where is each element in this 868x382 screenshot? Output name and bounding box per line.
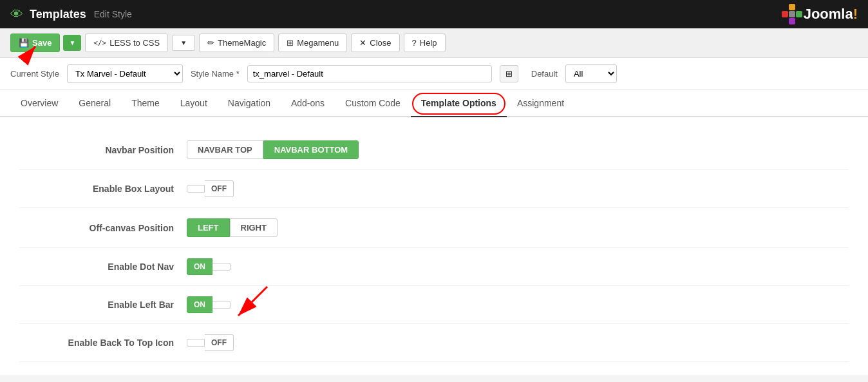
- svg-rect-0: [789, 4, 795, 10]
- less-icon: </>: [93, 39, 106, 47]
- less-to-css-label: LESS to CSS: [109, 38, 160, 48]
- dot-nav-switch: ON: [187, 258, 231, 275]
- left-bar-off-area: [212, 301, 231, 309]
- style-name-icon-button[interactable]: ⊞: [500, 65, 518, 82]
- joomla-text: Joomla: [804, 6, 853, 23]
- less-dropdown-button[interactable]: ▼: [172, 35, 195, 51]
- close-icon: ✕: [359, 38, 366, 48]
- save-icon: 💾: [19, 38, 29, 48]
- svg-rect-2: [789, 18, 795, 24]
- style-name-input[interactable]: [247, 65, 492, 82]
- save-button[interactable]: 💾 Save: [10, 33, 60, 52]
- tab-general[interactable]: General: [68, 90, 121, 117]
- offcanvas-position-label: Off-canvas Position: [19, 223, 187, 233]
- offcanvas-left-button[interactable]: LEFT: [187, 218, 230, 237]
- enable-left-bar-row: Enable Left Bar ON: [19, 286, 849, 324]
- enable-left-bar-control: ON: [187, 296, 231, 313]
- help-button[interactable]: ? Help: [404, 33, 446, 52]
- offcanvas-right-button[interactable]: RIGHT: [230, 218, 278, 237]
- offcanvas-position-control: LEFT RIGHT: [187, 218, 278, 237]
- enable-back-to-top-control: OFF: [187, 334, 234, 351]
- enable-back-to-top-label: Enable Back To Top Icon: [19, 338, 187, 348]
- tab-templateoptions[interactable]: Template Options: [411, 90, 507, 117]
- less-to-css-button[interactable]: </> LESS to CSS: [85, 33, 168, 52]
- tabs-nav: Overview General Theme Layout Navigation…: [0, 90, 868, 117]
- back-to-top-off-label: OFF: [205, 334, 234, 351]
- save-dropdown-arrow: ▼: [69, 39, 75, 46]
- svg-rect-3: [782, 11, 788, 17]
- thememagic-label: ThemeMagic: [218, 38, 266, 48]
- brush-icon: ✏: [207, 38, 214, 48]
- svg-rect-4: [789, 11, 795, 17]
- enable-dot-nav-control: ON: [187, 258, 231, 275]
- style-bar: Current Style Tx Marvel - Default Style …: [0, 58, 868, 90]
- sitemap-icon: ⊞: [287, 38, 294, 48]
- joomla-cross-icon: [780, 3, 804, 26]
- box-layout-off-label: OFF: [205, 180, 234, 197]
- save-dropdown-button[interactable]: ▼: [63, 35, 81, 51]
- help-icon: ?: [412, 38, 417, 48]
- enable-dot-nav-label: Enable Dot Nav: [19, 262, 187, 272]
- navbar-bottom-button[interactable]: NAVBAR BOTTOM: [263, 140, 359, 159]
- eye-icon: 👁: [10, 7, 23, 22]
- left-bar-on-button[interactable]: ON: [187, 296, 212, 313]
- enable-dot-nav-row: Enable Dot Nav ON: [19, 248, 849, 286]
- save-label: Save: [32, 38, 52, 48]
- navbar-top-button[interactable]: NAVBAR TOP: [187, 140, 263, 159]
- navbar-position-label: Navbar Position: [19, 145, 187, 155]
- all-select[interactable]: All: [565, 64, 617, 83]
- close-button[interactable]: ✕ Close: [351, 33, 399, 52]
- style-name-label: Style Name *: [191, 69, 240, 79]
- joomla-exclaim: !: [853, 6, 858, 23]
- help-label: Help: [420, 38, 437, 48]
- tab-overview[interactable]: Overview: [10, 90, 68, 117]
- page-subtitle: Edit Style: [94, 9, 132, 19]
- svg-rect-1: [796, 11, 802, 17]
- enable-box-layout-control: OFF: [187, 180, 234, 197]
- current-style-label: Current Style: [10, 69, 59, 79]
- dot-nav-on-button[interactable]: ON: [187, 258, 212, 275]
- current-style-select[interactable]: Tx Marvel - Default: [67, 64, 183, 83]
- toolbar: 💾 Save ▼ </> LESS to CSS ▼ ✏ ThemeMagic …: [0, 28, 868, 58]
- close-label: Close: [370, 38, 391, 48]
- enable-box-layout-row: Enable Box Layout OFF: [19, 170, 849, 208]
- megamenu-label: Megamenu: [297, 38, 339, 48]
- thememagic-button[interactable]: ✏ ThemeMagic: [199, 33, 274, 52]
- offcanvas-position-row: Off-canvas Position LEFT RIGHT: [19, 208, 849, 248]
- box-layout-switch-off-side[interactable]: [187, 185, 205, 193]
- tab-theme[interactable]: Theme: [121, 90, 170, 117]
- app-title: Templates: [30, 8, 86, 21]
- tab-layout[interactable]: Layout: [170, 90, 218, 117]
- navbar-position-toggle: NAVBAR TOP NAVBAR BOTTOM: [187, 140, 359, 159]
- top-bar: 👁 Templates Edit Style Joomla !: [0, 0, 868, 28]
- less-dropdown-arrow: ▼: [180, 39, 187, 46]
- back-to-top-switch-off-side[interactable]: [187, 339, 205, 347]
- enable-back-to-top-row: Enable Back To Top Icon OFF: [19, 324, 849, 362]
- box-layout-switch: OFF: [187, 180, 234, 197]
- dot-nav-off-area: [212, 263, 231, 271]
- offcanvas-toggle: LEFT RIGHT: [187, 218, 278, 237]
- tab-customcode[interactable]: Custom Code: [335, 90, 411, 117]
- content-area: Navbar Position NAVBAR TOP NAVBAR BOTTOM…: [0, 117, 868, 375]
- tab-navigation[interactable]: Navigation: [218, 90, 281, 117]
- enable-left-bar-label: Enable Left Bar: [19, 300, 187, 310]
- navbar-position-control: NAVBAR TOP NAVBAR BOTTOM: [187, 140, 359, 159]
- navbar-position-row: Navbar Position NAVBAR TOP NAVBAR BOTTOM: [19, 130, 849, 170]
- back-to-top-switch: OFF: [187, 334, 234, 351]
- default-label: Default: [531, 69, 558, 79]
- joomla-logo: Joomla !: [780, 3, 858, 26]
- enable-box-layout-label: Enable Box Layout: [19, 184, 187, 194]
- megamenu-button[interactable]: ⊞ Megamenu: [278, 33, 347, 52]
- tab-addons[interactable]: Add-ons: [281, 90, 335, 117]
- tab-assignment[interactable]: Assignment: [507, 90, 574, 117]
- left-bar-switch: ON: [187, 296, 231, 313]
